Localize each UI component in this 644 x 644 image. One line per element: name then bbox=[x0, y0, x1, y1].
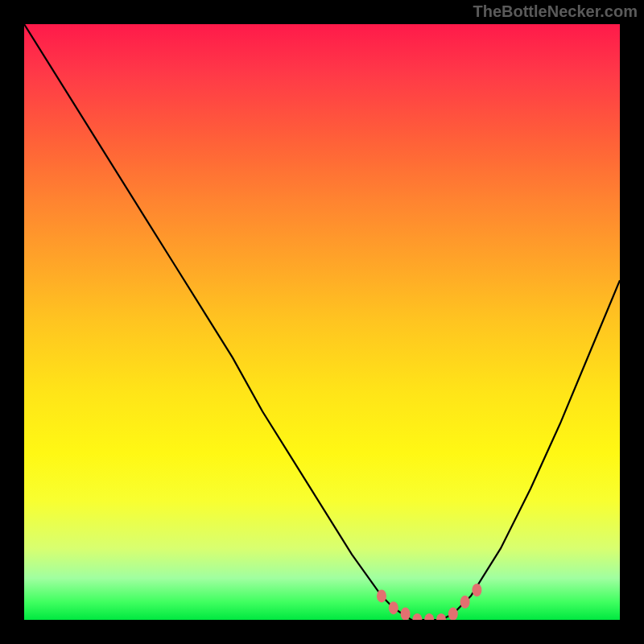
optimal-marker bbox=[377, 589, 386, 602]
optimal-markers bbox=[377, 584, 481, 620]
optimal-marker bbox=[460, 596, 470, 609]
bottleneck-curve bbox=[24, 24, 620, 620]
optimal-marker bbox=[448, 608, 458, 620]
chart-svg bbox=[24, 24, 620, 620]
optimal-marker bbox=[472, 584, 481, 597]
watermark-text: TheBottleNecker.com bbox=[473, 2, 638, 21]
plot-area bbox=[24, 24, 620, 620]
optimal-marker bbox=[412, 613, 422, 620]
optimal-marker bbox=[401, 608, 411, 620]
optimal-marker bbox=[389, 601, 398, 614]
optimal-marker bbox=[424, 613, 434, 620]
optimal-marker bbox=[436, 613, 446, 620]
